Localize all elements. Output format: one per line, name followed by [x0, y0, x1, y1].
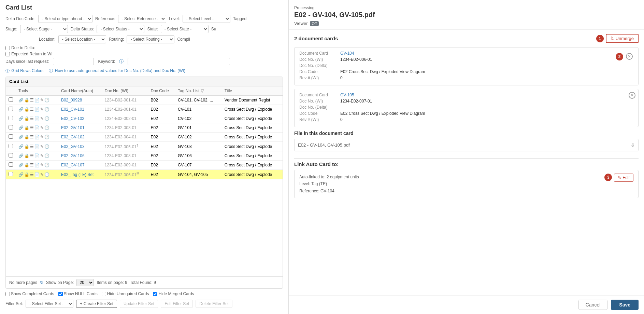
right-panel-body[interactable]: 2 document cards 1 ⇅ Unmerge Document Ca…	[289, 30, 644, 295]
delta-status-select[interactable]: - Select Status -	[97, 25, 144, 33]
tool-icon[interactable]: 📄	[34, 153, 40, 158]
save-button[interactable]: Save	[611, 300, 639, 310]
hide-unrequired-checkbox[interactable]	[102, 292, 106, 296]
auto-generated-values-link[interactable]: ⓘ How to use auto-generated values for D…	[49, 68, 185, 74]
show-completed-label[interactable]: Show Completed Cards	[5, 291, 54, 296]
keyword-input[interactable]	[128, 58, 230, 65]
card-name-link[interactable]: E02_GV-101	[61, 125, 85, 130]
card-name-link[interactable]: E02_CV-102	[61, 116, 84, 121]
days-since-input[interactable]	[53, 58, 94, 65]
state-select[interactable]: - Select State -	[161, 25, 209, 33]
cancel-button[interactable]: Cancel	[578, 300, 608, 310]
card-name-link[interactable]: E02_GV-107	[61, 163, 85, 167]
row-checkbox[interactable]	[9, 172, 13, 176]
expected-return-label[interactable]: Expected Return to WI:	[5, 52, 54, 56]
tool-icon[interactable]: 🕐	[44, 135, 49, 139]
delta-doc-code-select[interactable]: - Select or type ahead -	[38, 15, 92, 23]
tool-icon[interactable]: 🔒	[24, 98, 29, 103]
tool-icon[interactable]: 🕐	[44, 98, 49, 103]
tool-icon[interactable]: ☰	[30, 125, 34, 130]
row-checkbox[interactable]	[9, 162, 13, 167]
tool-icon[interactable]: 📄	[34, 98, 40, 103]
tool-icon[interactable]: 🔒	[24, 135, 29, 139]
tool-icon[interactable]: 🔒	[24, 125, 29, 130]
tool-icon[interactable]: 🕐	[44, 107, 49, 112]
card-name-link[interactable]: E02_GV-102	[61, 135, 85, 139]
unmerge-button[interactable]: ⇅ Unmerge	[606, 34, 639, 43]
card-name-link[interactable]: E02_Tag (TE) Set	[61, 172, 94, 177]
tool-icon[interactable]: 🔒	[24, 163, 29, 167]
row-checkbox[interactable]	[9, 125, 13, 129]
doc-card-2-link[interactable]: GV-105	[340, 93, 354, 97]
tool-icon[interactable]: ☰	[30, 144, 34, 149]
tool-icon[interactable]: 📄	[34, 135, 40, 139]
tool-icon[interactable]: ✎	[40, 107, 44, 112]
card-name-link[interactable]: E02_CV-101	[61, 107, 84, 112]
due-to-delta-label[interactable]: Due to Delta:	[5, 45, 35, 50]
tool-icon[interactable]: 🔗	[18, 98, 24, 103]
tool-icon[interactable]: ✎	[40, 125, 44, 130]
tool-icon[interactable]: ☰	[30, 172, 34, 177]
doc-card-1-link[interactable]: GV-104	[340, 51, 354, 56]
location-select[interactable]: - Select Location -	[58, 35, 106, 43]
tool-icon[interactable]: 🔗	[18, 125, 24, 130]
row-checkbox[interactable]	[9, 97, 13, 102]
tool-icon[interactable]: 🔗	[18, 144, 24, 149]
tool-icon[interactable]: 🔗	[18, 153, 24, 158]
tool-icon[interactable]: 🕐	[44, 125, 49, 130]
tool-icon[interactable]: 🕐	[44, 116, 49, 121]
tool-icon[interactable]: ✎	[40, 98, 44, 103]
tool-icon[interactable]: ✎	[40, 116, 44, 121]
show-null-label[interactable]: Show NULL Cards	[58, 291, 98, 296]
tool-icon[interactable]: ☰	[30, 98, 34, 103]
tool-icon[interactable]: ☰	[30, 116, 34, 121]
update-filter-set-button[interactable]: Update Filter Set	[120, 300, 158, 308]
show-completed-checkbox[interactable]	[5, 292, 10, 296]
tool-icon[interactable]: 🔒	[24, 107, 29, 112]
hide-merged-label[interactable]: Hide Merged Cards	[153, 291, 194, 296]
level-select[interactable]: - Select Level -	[183, 15, 230, 23]
due-to-delta-checkbox[interactable]	[5, 46, 10, 50]
card-name-link[interactable]: E02_GV-106	[61, 153, 85, 158]
hide-merged-checkbox[interactable]	[153, 292, 157, 296]
tool-icon[interactable]: 🔒	[24, 153, 29, 158]
tool-icon[interactable]: 🔗	[18, 116, 24, 121]
close-icon-2[interactable]: ✕	[629, 92, 635, 99]
row-checkbox[interactable]	[9, 116, 13, 120]
tool-icon[interactable]: 🔗	[18, 107, 24, 112]
row-checkbox[interactable]	[9, 144, 13, 148]
tool-icon[interactable]: ☰	[30, 135, 34, 139]
tool-icon[interactable]: 🔒	[24, 116, 29, 121]
tool-icon[interactable]: ✎	[40, 144, 44, 149]
create-filter-set-button[interactable]: + Create Filter Set	[76, 300, 117, 308]
edit-button[interactable]: ✎ Edit	[614, 174, 633, 182]
refresh-icon[interactable]: ↻	[40, 280, 43, 285]
row-checkbox[interactable]	[9, 134, 13, 139]
expected-return-checkbox[interactable]	[5, 52, 10, 56]
edit-filter-set-button[interactable]: Edit Filter Set	[161, 300, 193, 308]
tool-icon[interactable]: 📄	[34, 116, 40, 121]
tool-icon[interactable]: 🔒	[24, 144, 29, 149]
tool-icon[interactable]: ☰	[30, 107, 34, 112]
routing-select[interactable]: - Select Routing -	[127, 35, 174, 43]
per-page-select[interactable]: 20 50 100	[76, 279, 94, 286]
reference-select[interactable]: - Select Reference -	[118, 15, 166, 23]
close-icon-1[interactable]: ✕	[626, 53, 633, 60]
tool-icon[interactable]: 📄	[34, 172, 40, 177]
grid-rows-colors-link[interactable]: ⓘ Grid Rows Colors	[5, 68, 43, 74]
stage-select[interactable]: - Select Stage -	[20, 25, 68, 33]
tool-icon[interactable]: 🕐	[44, 144, 49, 149]
tool-icon[interactable]: ✎	[40, 172, 44, 177]
tool-icon[interactable]: 📄	[34, 125, 40, 130]
card-name-link[interactable]: E02_GV-103	[61, 144, 85, 149]
tool-icon[interactable]: ✎	[40, 163, 44, 167]
row-checkbox[interactable]	[9, 107, 13, 111]
tool-icon[interactable]: 📄	[34, 107, 40, 112]
tool-icon[interactable]: ✎	[40, 153, 44, 158]
download-icon[interactable]: ⇩	[630, 142, 635, 148]
hide-unrequired-label[interactable]: Hide Unrequired Cards	[102, 291, 149, 296]
card-name-link[interactable]: B02_00928	[61, 98, 82, 103]
tool-icon[interactable]: 🔗	[18, 163, 24, 167]
tool-icon[interactable]: ✎	[40, 135, 44, 139]
filter-set-select[interactable]: - Select Filter Set -	[26, 300, 73, 308]
